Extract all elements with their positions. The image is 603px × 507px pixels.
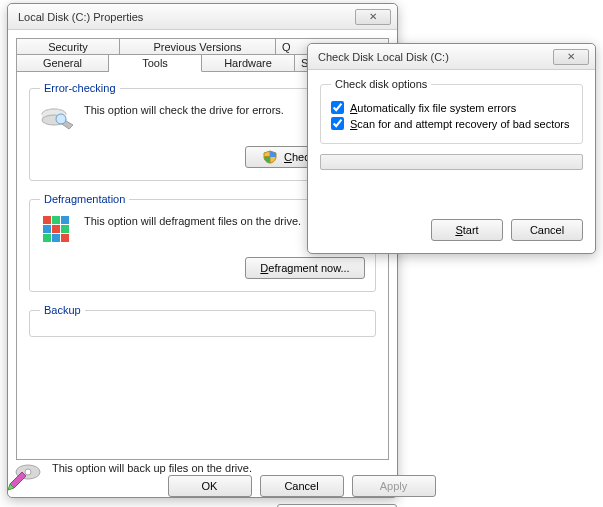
close-icon: ✕ — [567, 51, 575, 62]
close-button[interactable]: ✕ — [553, 49, 589, 65]
apply-button[interactable]: Apply — [352, 475, 436, 497]
tab-security[interactable]: Security — [16, 38, 120, 55]
autofix-label: Automatically fix file system errors — [350, 102, 516, 114]
svg-rect-6 — [52, 216, 60, 224]
check-disk-options-group: Check disk options Automatically fix fil… — [320, 78, 583, 144]
svg-rect-9 — [52, 225, 60, 233]
scan-checkbox[interactable] — [331, 117, 344, 130]
svg-rect-13 — [61, 234, 69, 242]
option-scan[interactable]: Scan for and attempt recovery of bad sec… — [331, 117, 572, 130]
check-disk-titlebar: Check Disk Local Disk (C:) ✕ — [308, 44, 595, 70]
svg-rect-10 — [61, 225, 69, 233]
tab-previous-versions[interactable]: Previous Versions — [120, 38, 276, 55]
check-disk-options-legend: Check disk options — [331, 78, 431, 90]
svg-rect-5 — [43, 216, 51, 224]
ok-button[interactable]: OK — [168, 475, 252, 497]
svg-rect-8 — [43, 225, 51, 233]
group-defrag-legend: Defragmentation — [40, 193, 129, 205]
defragment-icon — [40, 213, 74, 247]
group-backup: Backup — [29, 304, 376, 337]
tab-general[interactable]: General — [16, 54, 109, 72]
close-icon: ✕ — [369, 11, 377, 22]
scan-label: Scan for and attempt recovery of bad sec… — [350, 118, 570, 130]
option-autofix[interactable]: Automatically fix file system errors — [331, 101, 572, 114]
disk-check-icon — [40, 102, 74, 136]
svg-rect-11 — [43, 234, 51, 242]
properties-button-row: OK Cancel Apply — [0, 475, 603, 497]
check-disk-dialog: Check Disk Local Disk (C:) ✕ Check disk … — [307, 43, 596, 254]
properties-titlebar: Local Disk (C:) Properties ✕ — [8, 4, 397, 30]
cancel-button[interactable]: Cancel — [511, 219, 583, 241]
cancel-button[interactable]: Cancel — [260, 475, 344, 497]
autofix-checkbox[interactable] — [331, 101, 344, 114]
check-disk-title: Check Disk Local Disk (C:) — [318, 51, 449, 63]
defragment-now-button[interactable]: Defragment now... — [245, 257, 365, 279]
group-backup-legend: Backup — [40, 304, 85, 316]
progress-bar — [320, 154, 583, 170]
properties-title: Local Disk (C:) Properties — [18, 11, 143, 23]
check-disk-button-row: Start Cancel — [431, 219, 583, 241]
svg-point-4 — [56, 114, 66, 124]
tab-hardware[interactable]: Hardware — [202, 54, 295, 72]
close-button[interactable]: ✕ — [355, 9, 391, 25]
shield-icon — [263, 150, 277, 164]
group-error-legend: Error-checking — [40, 82, 120, 94]
svg-rect-12 — [52, 234, 60, 242]
start-button[interactable]: Start — [431, 219, 503, 241]
tab-tools[interactable]: Tools — [109, 54, 202, 72]
svg-rect-7 — [61, 216, 69, 224]
